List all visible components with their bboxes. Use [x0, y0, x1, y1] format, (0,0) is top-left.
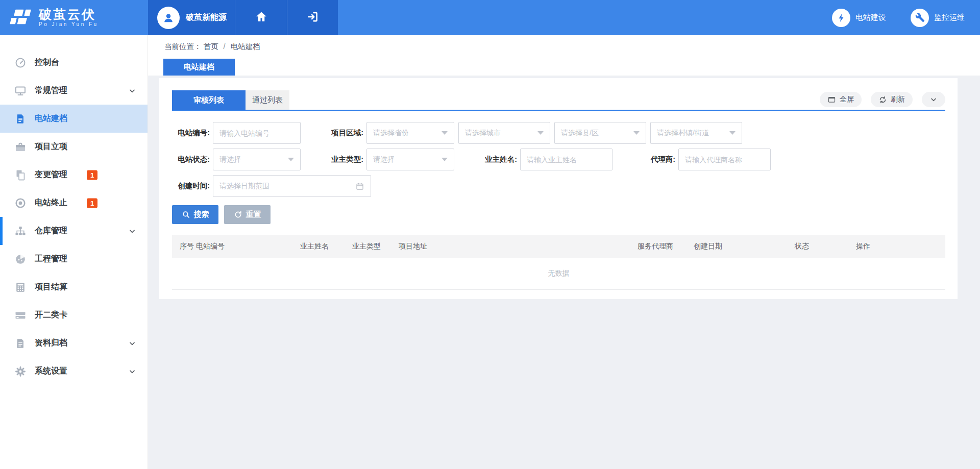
sidebar-item-label: 仓库管理 [35, 226, 67, 236]
main-panel: 审核列表 通过列表 全屏 刷新 电站编号: [159, 78, 958, 299]
col-index: 序号 [172, 235, 196, 258]
breadcrumb-bar: 当前位置： 首页 / 电站建档 电站建档 [148, 35, 980, 76]
header-module-switch: 电站建设 监控运维 [338, 0, 980, 35]
sidebar-item-dashboard[interactable]: 控制台 [0, 48, 148, 77]
refresh-button[interactable]: 刷新 [871, 92, 913, 107]
sidebar-item-station-filing[interactable]: 电站建档 [0, 105, 148, 133]
sidebar-item-label: 项目结算 [35, 282, 67, 292]
notification-badge: 1 [87, 170, 97, 180]
panel-tabbar: 审核列表 通过列表 全屏 刷新 [172, 90, 945, 111]
search-label: 搜索 [194, 210, 209, 219]
col-owner-type: 业主类型 [352, 235, 399, 258]
breadcrumb-home-link[interactable]: 首页 [204, 42, 218, 51]
caret-down-icon [442, 131, 448, 135]
card-icon [14, 309, 27, 322]
user-account-button[interactable]: 破茧新能源 [148, 0, 235, 35]
sidebar-item-system-settings[interactable]: 系统设置 [0, 357, 148, 385]
empty-row: 无数据 [172, 258, 945, 289]
station-code-input[interactable] [213, 122, 301, 144]
create-time-label: 创建时间: [172, 181, 210, 191]
logout-button[interactable] [287, 0, 338, 35]
agent-label: 代理商: [638, 155, 675, 164]
home-button[interactable] [235, 0, 287, 35]
sidebar-item-label: 资料归档 [35, 338, 67, 349]
chevron-down-icon [128, 87, 136, 95]
panel-tools: 全屏 刷新 [820, 92, 945, 107]
brand-logo: 破茧云伏 Po Jian Yun Fu [0, 0, 148, 35]
search-button[interactable]: 搜索 [172, 205, 218, 224]
sidebar-item-document-archive[interactable]: 资料归档 [0, 329, 148, 357]
home-icon [255, 10, 268, 26]
avatar [157, 7, 180, 29]
owner-type-select[interactable]: 请选择 [366, 149, 454, 170]
project-region-label: 项目区域: [326, 128, 363, 138]
owner-name-label: 业主姓名: [479, 155, 517, 164]
sidebar-item-engineering-mgmt[interactable]: 工程管理 [0, 245, 148, 273]
caret-down-icon [633, 131, 640, 135]
target-icon [14, 197, 27, 209]
col-status: 状态 [795, 235, 856, 258]
station-code-label: 电站编号: [172, 128, 210, 138]
table-header-row: 序号 电站编号 业主姓名 业主类型 项目地址 服务代理商 创建日期 状态 操作 [172, 235, 945, 258]
col-owner-name: 业主姓名 [300, 235, 352, 258]
caret-down-icon [729, 131, 736, 135]
col-station-code: 电站编号 [196, 235, 300, 258]
company-name: 破茧新能源 [186, 12, 227, 23]
sidebar-item-label: 常规管理 [35, 85, 67, 96]
breadcrumb-current: 电站建档 [231, 42, 260, 51]
fullscreen-label: 全屏 [840, 95, 854, 104]
station-status-select[interactable]: 请选择 [213, 149, 301, 170]
bolt-icon [832, 9, 850, 27]
sidebar-item-open-card[interactable]: 开二类卡 [0, 301, 148, 329]
calendar-icon [355, 182, 364, 191]
sidebar-item-label: 工程管理 [35, 254, 67, 264]
sidebar-item-label: 系统设置 [35, 366, 67, 377]
brand-subtitle: Po Jian Yun Fu [39, 21, 99, 28]
sidebar-item-station-termination[interactable]: 电站终止 1 [0, 189, 148, 217]
top-header: 破茧云伏 Po Jian Yun Fu 破茧新能源 [0, 0, 980, 35]
sidebar-item-label: 开二类卡 [35, 310, 67, 320]
sidebar-nav: 控制台 常规管理 电站建档 [0, 35, 148, 469]
records-table: 序号 电站编号 业主姓名 业主类型 项目地址 服务代理商 创建日期 状态 操作 … [172, 235, 945, 290]
tab-review-list[interactable]: 审核列表 [172, 90, 246, 110]
province-select[interactable]: 请选择省份 [366, 122, 454, 144]
breadcrumb-label: 当前位置： [164, 42, 202, 51]
chevron-down-icon [128, 339, 136, 348]
caret-down-icon [537, 131, 544, 135]
sidebar-item-warehouse-mgmt[interactable]: 仓库管理 [0, 217, 148, 245]
sidebar-item-project-settlement[interactable]: 项目结算 [0, 273, 148, 301]
station-status-label: 电站状态: [172, 155, 210, 164]
filter-actions: 搜索 重置 [172, 205, 945, 224]
agent-input[interactable] [678, 149, 771, 170]
page-tab-station-filing[interactable]: 电站建档 [163, 59, 235, 76]
owner-type-label: 业主类型: [326, 155, 363, 164]
sidebar-item-general-mgmt[interactable]: 常规管理 [0, 77, 148, 105]
module-station-build[interactable]: 电站建设 [832, 9, 886, 27]
city-select[interactable]: 请选择城市 [458, 122, 550, 144]
reset-icon [234, 210, 242, 219]
notification-badge: 1 [87, 198, 97, 208]
exit-icon [306, 10, 320, 26]
monitor-icon [14, 85, 27, 97]
reset-button[interactable]: 重置 [224, 205, 271, 224]
header-dark-section: 破茧新能源 [148, 0, 338, 35]
owner-name-input[interactable] [520, 149, 612, 170]
filter-form: 电站编号: 项目区域: 请选择省份 请选择城市 请选择县/区 请选择村镇/街道 … [172, 122, 945, 197]
village-select[interactable]: 请选择村镇/街道 [650, 122, 742, 144]
caret-down-icon [288, 158, 294, 161]
sidebar-item-label: 变更管理 [35, 169, 67, 180]
date-range-picker[interactable]: 请选择日期范围 [213, 175, 371, 197]
chevron-down-icon [929, 95, 938, 104]
sidebar-item-project-initiation[interactable]: 项目立项 [0, 133, 148, 161]
fullscreen-button[interactable]: 全屏 [820, 92, 862, 107]
sidebar-item-change-mgmt[interactable]: 变更管理 1 [0, 161, 148, 189]
module-label: 监控运维 [934, 13, 965, 22]
module-monitor-ops[interactable]: 监控运维 [911, 9, 965, 27]
collapse-button[interactable] [922, 92, 945, 107]
wrench-icon [911, 9, 929, 27]
gauge-icon [14, 57, 27, 69]
county-select[interactable]: 请选择县/区 [554, 122, 646, 144]
breadcrumb: 当前位置： 首页 / 电站建档 [164, 42, 260, 52]
reset-label: 重置 [246, 210, 261, 219]
tab-approved-list[interactable]: 通过列表 [246, 90, 289, 110]
